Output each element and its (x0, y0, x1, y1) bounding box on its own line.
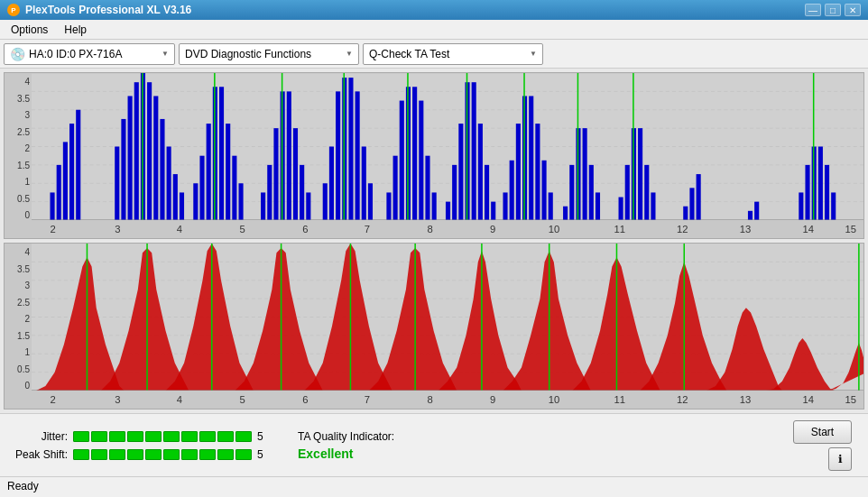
drive-arrow-icon: ▼ (162, 50, 169, 58)
svg-text:9: 9 (490, 224, 495, 235)
svg-rect-27 (193, 183, 198, 220)
svg-rect-46 (329, 147, 334, 221)
svg-text:14: 14 (802, 394, 814, 405)
svg-rect-10 (50, 192, 54, 220)
svg-rect-87 (596, 192, 600, 220)
svg-rect-61 (425, 156, 429, 220)
svg-rect-70 (485, 165, 489, 220)
jitter-seg-7 (181, 431, 198, 442)
svg-rect-105 (825, 165, 829, 220)
action-buttons: Start ℹ (793, 420, 859, 471)
top-chart-svg (32, 73, 863, 220)
app-icon: P (7, 4, 20, 16)
svg-text:13: 13 (740, 224, 752, 235)
metrics-left: Jitter: 5 Peak Shift: (9, 430, 271, 461)
svg-rect-21 (147, 82, 152, 220)
svg-text:5: 5 (240, 224, 245, 235)
peak-seg-4 (127, 449, 143, 460)
bottom-chart-body: 2 3 4 5 6 7 8 9 10 11 12 13 14 15 (32, 244, 863, 409)
svg-rect-93 (644, 165, 649, 220)
svg-text:11: 11 (614, 224, 625, 235)
svg-text:2: 2 (50, 394, 55, 405)
svg-rect-51 (356, 91, 360, 220)
svg-rect-47 (336, 91, 340, 220)
svg-rect-68 (472, 82, 476, 220)
svg-text:15: 15 (845, 394, 857, 405)
svg-text:12: 12 (677, 224, 688, 235)
svg-text:15: 15 (845, 224, 857, 235)
svg-rect-25 (173, 174, 178, 220)
svg-text:8: 8 (427, 394, 432, 405)
svg-rect-22 (153, 96, 158, 220)
menu-options[interactable]: Options (4, 22, 55, 38)
jitter-seg-5 (145, 431, 162, 442)
svg-rect-94 (651, 192, 655, 220)
svg-rect-37 (267, 165, 272, 220)
svg-rect-50 (348, 78, 353, 220)
jitter-seg-4 (127, 431, 143, 442)
minimize-button[interactable]: — (805, 4, 821, 16)
jitter-seg-10 (235, 431, 252, 442)
svg-text:11: 11 (614, 394, 625, 405)
svg-rect-88 (619, 198, 623, 220)
svg-text:14: 14 (802, 224, 814, 235)
bottom-panel: Jitter: 5 Peak Shift: (0, 413, 868, 476)
svg-rect-29 (207, 124, 211, 220)
svg-text:6: 6 (302, 224, 308, 235)
peak-seg-5 (145, 449, 162, 460)
svg-text:5: 5 (240, 394, 245, 405)
svg-rect-64 (452, 165, 457, 220)
title-bar: P PlexTools Professional XL V3.16 — □ ✕ (0, 0, 868, 20)
svg-rect-36 (261, 192, 265, 220)
svg-rect-55 (393, 156, 398, 220)
start-button[interactable]: Start (793, 420, 852, 444)
function-select[interactable]: DVD Diagnostic Functions ▼ (179, 43, 359, 65)
status-bar: Ready (0, 476, 868, 494)
peak-seg-3 (109, 449, 125, 460)
test-label: Q-Check TA Test (369, 48, 526, 60)
maximize-button[interactable]: □ (825, 4, 841, 16)
info-button[interactable]: ℹ (828, 447, 852, 471)
peak-shift-row: Peak Shift: 5 (9, 448, 271, 461)
svg-rect-60 (419, 101, 423, 220)
svg-rect-63 (446, 202, 450, 220)
function-arrow-icon: ▼ (346, 50, 353, 58)
svg-rect-100 (799, 192, 803, 220)
test-select[interactable]: Q-Check TA Test ▼ (363, 43, 543, 65)
svg-rect-73 (510, 161, 514, 220)
svg-rect-26 (180, 192, 184, 220)
menu-help[interactable]: Help (57, 22, 94, 38)
svg-text:6: 6 (302, 394, 308, 405)
svg-rect-11 (57, 165, 61, 220)
drive-select[interactable]: 💿 HA:0 ID:0 PX-716A ▼ (4, 43, 175, 65)
jitter-seg-3 (109, 431, 125, 442)
svg-rect-56 (400, 101, 404, 220)
svg-text:10: 10 (549, 224, 560, 235)
svg-rect-79 (541, 161, 546, 220)
svg-rect-89 (625, 165, 630, 220)
svg-text:4: 4 (177, 394, 182, 405)
svg-text:8: 8 (427, 224, 432, 235)
top-chart-body: 2 3 4 5 6 7 8 9 10 11 12 13 14 15 (32, 73, 863, 238)
svg-rect-97 (697, 174, 701, 220)
peak-seg-10 (235, 449, 252, 460)
jitter-meter (73, 431, 252, 442)
svg-rect-24 (167, 147, 171, 221)
svg-rect-62 (432, 192, 437, 220)
ta-quality-value: Excellent (298, 446, 353, 461)
svg-rect-69 (478, 124, 483, 220)
ta-quality-label: TA Quality Indicator: (298, 430, 394, 443)
title-controls[interactable]: — □ ✕ (805, 4, 861, 16)
svg-rect-85 (583, 128, 587, 220)
top-chart-y-axis: 4 3.5 3 2.5 2 1.5 1 0.5 0 (5, 73, 32, 238)
function-label: DVD Diagnostic Functions (185, 48, 342, 60)
svg-text:4: 4 (177, 224, 182, 235)
svg-rect-96 (689, 188, 694, 220)
bottom-chart: 4 3.5 3 2.5 2 1.5 1 0.5 0 (4, 243, 864, 410)
svg-rect-81 (563, 207, 568, 220)
svg-rect-18 (134, 82, 139, 220)
close-button[interactable]: ✕ (845, 4, 861, 16)
drive-label: HA:0 ID:0 PX-716A (29, 48, 158, 60)
toolbar: 💿 HA:0 ID:0 PX-716A ▼ DVD Diagnostic Fun… (0, 40, 868, 69)
svg-rect-42 (293, 128, 298, 220)
